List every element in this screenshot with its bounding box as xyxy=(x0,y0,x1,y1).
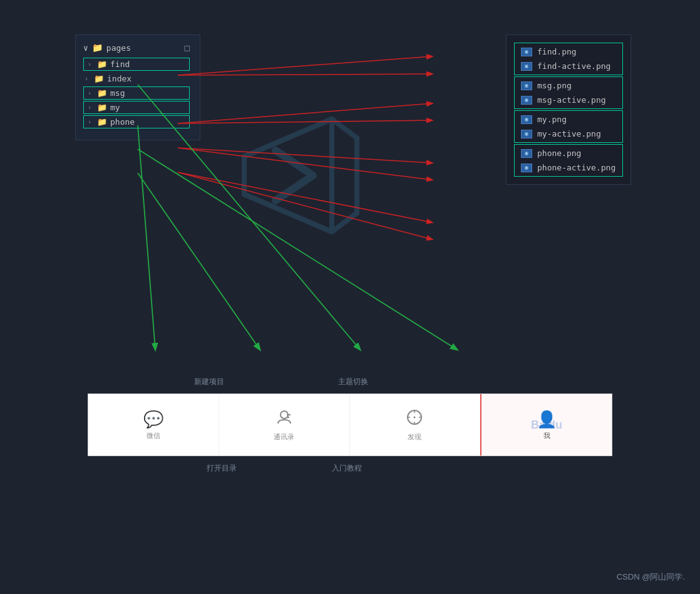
watermark: CSDN @阿山同学. xyxy=(617,571,685,583)
label-tutorial: 入门教程 xyxy=(332,463,362,474)
image-file-icon: ▣ xyxy=(521,62,532,71)
label-open-dir: 打开目录 xyxy=(207,463,237,474)
image-label: msg.png xyxy=(537,81,572,90)
image-label: msg-active.png xyxy=(537,95,606,105)
tab-label-discover: 发现 xyxy=(408,432,421,442)
folder-icon: 📁 xyxy=(97,117,107,127)
tree-item-msg[interactable]: › 📁 msg xyxy=(83,86,190,100)
image-file-icon: ▣ xyxy=(521,115,532,124)
file-tree-panel: ∨ 📁 pages □ › 📁 find › 📁 index › 📁 msg ›… xyxy=(75,34,200,140)
image-file-icon: ▣ xyxy=(521,96,532,105)
image-item: ▣ my.png xyxy=(520,112,617,127)
chevron-right-icon: › xyxy=(88,118,94,125)
image-item: ▣ find.png xyxy=(520,44,617,59)
mockup-bar: 💬 微信 通讯录 发现 Baidu 👤 xyxy=(88,393,612,456)
folder-icon: 📁 xyxy=(97,88,107,98)
image-item: ▣ msg.png xyxy=(520,78,617,93)
label-theme-switch: 主题切换 xyxy=(338,377,368,387)
mockup-tab-contacts: 通讯录 xyxy=(219,394,350,456)
image-label: phone.png xyxy=(537,148,581,158)
label-new-project: 新建项目 xyxy=(194,377,224,387)
chevron-right-icon: › xyxy=(88,104,94,111)
chevron-down-icon: ∨ xyxy=(83,43,88,53)
tab-label-weixin: 微信 xyxy=(147,431,160,440)
compass-icon xyxy=(406,409,423,430)
image-file-icon: ▣ xyxy=(521,130,532,138)
new-folder-icon: □ xyxy=(185,43,190,53)
folder-icon: 📁 xyxy=(97,60,107,69)
vscode-watermark xyxy=(238,113,363,238)
image-group-find: ▣ find.png ▣ find-active.png xyxy=(514,43,623,75)
image-file-icon: ▣ xyxy=(521,164,532,172)
svg-line-1 xyxy=(178,74,432,75)
image-group-my: ▣ my.png ▣ my-active.png xyxy=(514,110,623,143)
folder-icon: 📁 xyxy=(97,103,107,112)
tab-label-contacts: 通讯录 xyxy=(274,432,294,442)
chevron-right-icon: › xyxy=(88,61,94,68)
image-label: my-active.png xyxy=(537,129,601,138)
image-item: ▣ msg-active.png xyxy=(520,93,617,107)
image-group-msg: ▣ msg.png ▣ msg-active.png xyxy=(514,76,623,109)
item-label: my xyxy=(110,103,120,112)
chevron-right-icon: › xyxy=(85,75,91,82)
image-file-icon: ▣ xyxy=(521,48,532,56)
image-panel: ▣ find.png ▣ find-active.png ▣ msg.png ▣… xyxy=(506,34,631,185)
baidu-watermark: Baidu xyxy=(481,394,612,456)
mockup-tab-me: Baidu 👤 我 xyxy=(480,394,612,456)
image-label: phone-active.png xyxy=(537,163,615,172)
chevron-right-icon: › xyxy=(88,90,94,96)
mockup-tab-weixin: 💬 微信 xyxy=(88,394,219,456)
root-label: pages xyxy=(106,43,131,53)
image-item: ▣ phone-active.png xyxy=(520,160,617,175)
image-file-icon: ▣ xyxy=(521,149,532,158)
tree-item-phone[interactable]: › 📁 phone xyxy=(83,115,190,128)
image-item: ▣ find-active.png xyxy=(520,59,617,73)
image-item: ▣ phone.png xyxy=(520,146,617,160)
contacts-icon xyxy=(275,409,293,430)
svg-line-9 xyxy=(138,125,155,350)
image-label: find-active.png xyxy=(537,61,610,71)
item-label: msg xyxy=(110,88,125,98)
tree-item-my[interactable]: › 📁 my xyxy=(83,101,190,114)
folder-icon: 📁 xyxy=(92,43,103,53)
image-label: my.png xyxy=(537,115,567,124)
svg-line-0 xyxy=(178,56,432,75)
tree-item-index[interactable]: › 📁 index xyxy=(83,72,190,85)
image-label: find.png xyxy=(537,47,577,56)
item-label: index xyxy=(107,74,131,83)
item-label: phone xyxy=(110,117,135,127)
mockup-tab-discover: 发现 xyxy=(350,394,481,456)
image-group-phone: ▣ phone.png ▣ phone-active.png xyxy=(514,144,623,177)
image-item: ▣ my-active.png xyxy=(520,127,617,141)
tree-root: ∨ 📁 pages □ xyxy=(83,43,190,53)
svg-point-16 xyxy=(414,416,416,418)
tree-item-find[interactable]: › 📁 find xyxy=(83,58,190,71)
image-file-icon: ▣ xyxy=(521,81,532,90)
chat-icon: 💬 xyxy=(143,410,163,429)
item-label: find xyxy=(110,60,130,69)
folder-icon: 📁 xyxy=(94,74,104,83)
